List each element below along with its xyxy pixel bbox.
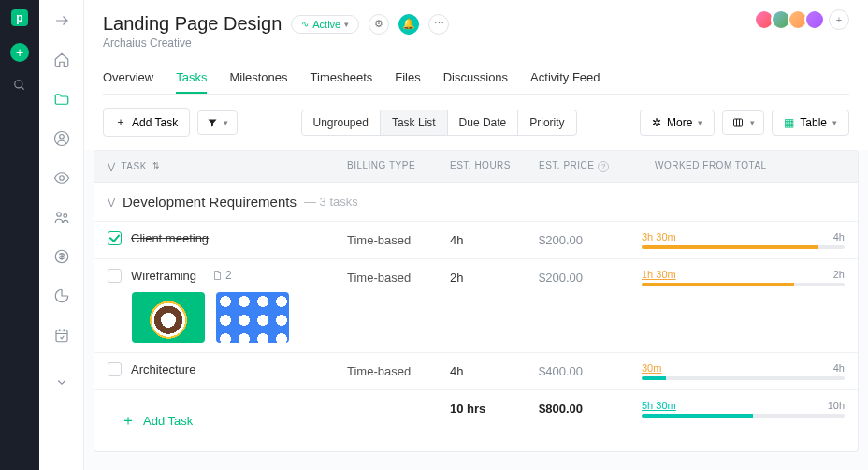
billing-cell: Time-based [347,222,450,258]
total-label: 10h [828,400,845,411]
est-hours-cell: 4h [450,222,539,258]
search-icon[interactable] [13,79,26,95]
status-pill[interactable]: ∿ Active ▾ [291,15,359,34]
group-task-list[interactable]: Task List [381,110,448,135]
task-name[interactable]: Client meeting [131,231,209,245]
member-avatars: + [758,9,849,30]
add-task-inline[interactable]: ＋Add Task [108,400,334,442]
table-icon: ▦ [784,116,794,129]
svg-line-1 [22,87,24,90]
add-task-button[interactable]: ＋Add Task [103,108,190,137]
collapse-icon[interactable] [48,369,76,395]
columns-button[interactable]: ▾ [722,110,764,135]
worked-label: 5h 30m [642,400,676,411]
filter-button[interactable]: ▾ [197,110,238,135]
chevron-down-icon[interactable]: ⋁ [108,197,115,207]
attachment-thumb[interactable] [132,292,205,343]
sort-icon[interactable]: ⇅ [152,161,161,170]
add-member-button[interactable]: + [829,9,849,30]
svg-point-6 [63,214,66,218]
group-ungrouped[interactable]: Ungrouped [302,110,381,135]
task-checkbox[interactable] [108,362,122,376]
expand-icon[interactable] [48,7,76,34]
est-hours-cell: 2h [450,259,539,296]
notifications-button[interactable]: 🔔 [398,14,419,35]
col-task[interactable]: TASK [122,161,147,171]
task-name[interactable]: Architecture [131,362,195,376]
svg-point-5 [56,213,61,217]
group-due-date[interactable]: Due Date [448,110,519,135]
tab-discussions[interactable]: Discussions [443,63,508,94]
tab-milestones[interactable]: Milestones [229,63,287,94]
status-label: Active [312,19,340,30]
avatar[interactable] [804,9,825,30]
worked-label: 30m [642,362,661,374]
group-priority[interactable]: Priority [518,110,575,135]
svg-point-2 [59,135,64,140]
team-icon[interactable] [48,204,76,230]
eye-icon[interactable] [48,165,76,191]
total-label: 4h [833,362,845,374]
calendar-icon[interactable] [48,322,76,348]
worked-label: 1h 30m [642,269,676,280]
tab-timesheets[interactable]: Timesheets [311,63,373,94]
contact-icon[interactable] [48,125,76,152]
tab-activity-feed[interactable]: Activity Feed [530,63,600,94]
settings-button[interactable]: ⚙ [369,14,389,35]
help-icon[interactable]: ? [598,161,609,172]
page-title: Landing Page Design [103,13,282,35]
svg-point-4 [59,176,64,181]
chevron-down-icon: ▾ [344,20,349,29]
pulse-icon: ∿ [301,19,309,29]
app-logo: p [11,9,28,26]
svg-rect-9 [734,119,743,126]
est-price-cell: $200.00 [539,222,642,258]
task-checkbox[interactable] [108,269,122,283]
section-count: — 3 tasks [304,195,358,209]
attachment-thumb[interactable] [216,292,289,343]
grouping-segment: Ungrouped Task List Due Date Priority [301,110,577,136]
project-subtitle: Archaius Creative [103,37,849,50]
folder-icon[interactable] [48,86,76,112]
chevron-down-icon[interactable]: ⋁ [108,161,116,171]
tab-files[interactable]: Files [395,63,420,94]
global-add-button[interactable]: + [10,43,29,62]
svg-point-0 [15,81,22,88]
est-hours-cell: 4h [450,353,539,389]
billing-cell: Time-based [347,353,450,389]
task-name[interactable]: Wireframing [131,269,196,283]
svg-rect-8 [56,330,67,342]
tab-overview[interactable]: Overview [103,63,153,94]
task-checkbox[interactable] [108,231,122,245]
tab-tasks[interactable]: Tasks [176,63,207,94]
total-hours: 10 hrs [450,390,539,427]
doc-badge[interactable]: 2 [211,269,232,282]
money-icon[interactable] [48,243,76,270]
total-price: $800.00 [539,390,642,427]
home-icon[interactable] [48,47,76,73]
worked-label: 3h 30m [642,231,676,242]
more-button[interactable]: ⋯ [428,14,449,35]
col-worked[interactable]: WORKED FROM TOTAL [642,151,858,182]
est-price-cell: $400.00 [539,353,642,389]
more-options-button[interactable]: ✲More▾ [640,110,715,136]
view-mode-button[interactable]: ▦Table▾ [772,110,849,136]
gear-icon: ✲ [652,116,661,129]
col-est-hours[interactable]: EST. HOURS [450,151,539,182]
section-title: Development Requirements [123,194,297,210]
reports-icon[interactable] [48,283,76,309]
total-label: 2h [833,269,845,280]
total-label: 4h [833,231,845,242]
est-price-cell: $200.00 [539,259,642,296]
col-est-price[interactable]: EST. PRICE [539,160,594,170]
billing-cell: Time-based [347,259,450,296]
col-billing[interactable]: BILLING TYPE [347,151,450,182]
